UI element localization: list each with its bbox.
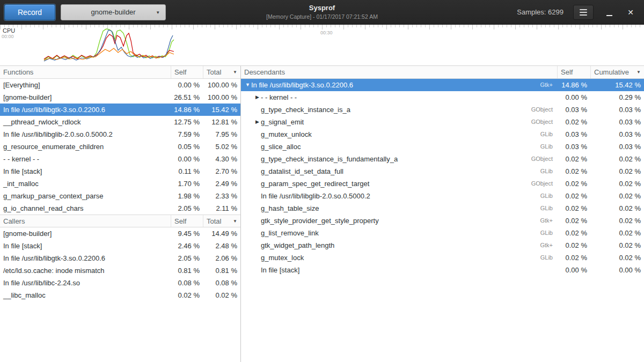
column-header-desc-self[interactable]: Self [557,66,590,78]
function-name: In file [stack] [0,165,171,178]
total-value: 100.00 % [203,91,240,104]
cumulative-value: 0.02 % [590,165,644,178]
self-value: 7.59 % [171,128,203,141]
table-row[interactable]: ▼In file /usr/lib/libgtk-3.so.0.2200.6Gt… [241,79,644,91]
table-row[interactable]: [gnome-builder]9.45 %14.49 % [0,227,240,240]
column-header-callers[interactable]: Callers [0,215,171,227]
function-name: g_signal_emit [261,116,304,128]
table-row[interactable]: g_markup_parse_context_parse1.98 %2.33 % [0,190,240,202]
total-value: 12.81 % [203,116,240,128]
library-tag: GLib [535,252,553,264]
close-button[interactable]: ✕ [625,5,636,20]
self-value: 0.00 % [557,91,590,104]
table-row[interactable]: __libc_malloc0.02 %0.02 % [0,289,240,301]
table-row[interactable]: In file /usr/lib/libc-2.24.so0.08 %0.08 … [0,277,240,289]
table-row[interactable]: g_datalist_id_set_data_fullGLib0.02 %0.0… [241,165,644,178]
function-name: __libc_malloc [0,289,171,301]
descendant-name-cell: ▶g_signal_emitGObject [241,116,557,128]
table-row[interactable]: g_param_spec_get_redirect_targetGObject0… [241,178,644,190]
function-name: In file /usr/lib/libgtk-3.so.0.2200.6 [0,104,171,116]
self-value: 0.03 % [557,104,590,116]
self-value: 0.02 % [557,153,590,165]
table-row[interactable]: In file /usr/lib/libgtk-3.so.0.2200.62.0… [0,252,240,264]
column-header-callers-total[interactable]: Total ▼ [203,215,240,227]
table-row[interactable]: In file [stack]0.00 %0.00 % [241,264,644,276]
table-row[interactable]: In file [stack]0.11 %2.70 % [0,165,240,178]
table-row[interactable]: gtk_style_provider_get_style_propertyGtk… [241,215,644,227]
callers-table-body: [gnome-builder]9.45 %14.49 %In file [sta… [0,227,240,301]
table-row[interactable]: g_hash_table_sizeGLib0.02 %0.02 % [241,202,644,215]
hamburger-icon [580,9,587,16]
column-header-self[interactable]: Self [171,66,203,78]
library-tag: GLib [535,165,553,178]
self-value: 0.05 % [171,141,203,153]
self-value: 0.00 % [557,264,590,276]
column-header-callers-self[interactable]: Self [171,215,203,227]
table-row[interactable]: [Everything]0.00 %100.00 % [0,79,240,91]
expander-icon[interactable]: ▼ [244,79,251,91]
library-tag: GLib [535,190,553,202]
callers-table-header: Callers Self Total ▼ [0,215,240,227]
table-row[interactable]: g_io_channel_read_chars2.05 %2.11 % [0,202,240,215]
table-row[interactable]: g_mutex_lockGLib0.02 %0.02 % [241,252,644,264]
menu-button[interactable] [573,5,594,20]
function-name: [Everything] [0,79,171,91]
total-value: 15.42 % [203,104,240,116]
minimize-icon [606,15,612,16]
library-tag: Gtk+ [535,239,553,252]
cumulative-value: 0.02 % [590,215,644,227]
function-name: In file [stack] [261,264,299,276]
functions-panel: Functions Self Total ▼ [Everything]0.00 … [0,66,241,362]
column-header-descendants[interactable]: Descendants [241,66,557,78]
table-row[interactable]: In file [stack]2.46 %2.48 % [0,240,240,252]
total-value: 100.00 % [203,79,240,91]
column-header-cumulative[interactable]: Cumulative ▼ [590,66,644,78]
expander-icon[interactable]: ▶ [254,116,261,128]
column-header-functions[interactable]: Functions [0,66,171,78]
table-row[interactable]: In file /usr/lib/libglib-2.0.so.0.5000.2… [0,128,240,141]
self-value: 0.11 % [171,165,203,178]
expander-icon[interactable]: ▶ [254,91,261,104]
descendant-name-cell: ▼In file /usr/lib/libgtk-3.so.0.2200.6Gt… [241,79,557,91]
table-row[interactable]: g_slice_allocGLib0.03 %0.03 % [241,141,644,153]
self-value: 0.02 % [557,215,590,227]
function-name: - - kernel - - [0,153,171,165]
table-row[interactable]: g_resource_enumerate_children0.05 %5.02 … [0,141,240,153]
window-subtitle: [Memory Capture] - 01/17/2017 07:21:52 A… [266,13,378,20]
table-row[interactable]: g_type_check_instance_is_fundamentally_a… [241,153,644,165]
cpu-label: CPU [3,27,15,34]
table-row[interactable]: _int_malloc1.70 %2.49 % [0,178,240,190]
table-row[interactable]: In file /usr/lib/libgtk-3.so.0.2200.614.… [0,104,240,116]
function-name: g_param_spec_get_redirect_target [261,178,369,190]
table-row[interactable]: gtk_widget_path_lengthGtk+0.02 %0.02 % [241,239,644,252]
column-header-total[interactable]: Total ▼ [203,66,240,78]
total-value: 2.33 % [203,190,240,202]
self-value: 0.02 % [557,165,590,178]
table-row[interactable]: /etc/ld.so.cache: inode mismatch0.81 %0.… [0,264,240,277]
self-value: 2.05 % [171,202,203,215]
self-value: 9.45 % [171,227,203,240]
descendant-name-cell: g_slice_allocGLib [241,141,557,153]
descendant-name-cell: g_datalist_id_set_data_fullGLib [241,165,557,178]
minimize-button[interactable] [603,5,615,20]
descendant-name-cell: g_param_spec_get_redirect_targetGObject [241,178,557,190]
table-row[interactable]: ▶- - kernel - -0.00 %0.29 % [241,91,644,104]
table-row[interactable]: ▶g_signal_emitGObject0.02 %0.03 % [241,116,644,128]
self-value: 0.03 % [557,128,590,141]
table-row[interactable]: g_type_check_instance_is_aGObject0.03 %0… [241,104,644,116]
table-row[interactable]: - - kernel - -0.00 %4.30 % [0,153,240,165]
record-button[interactable]: Record [4,4,55,20]
self-value: 0.02 % [557,178,590,190]
descendant-name-cell: gtk_style_provider_get_style_propertyGtk… [241,215,557,227]
functions-table-body: [Everything]0.00 %100.00 %[gnome-builder… [0,79,240,215]
process-selector-dropdown[interactable]: gnome-builder ▼ [61,4,166,20]
cpu-graph[interactable]: CPU 00:00 00:30 [0,25,644,65]
descendant-name-cell: In file [stack] [241,264,557,276]
table-row[interactable]: [gnome-builder]26.51 %100.00 % [0,91,240,104]
cumulative-value: 0.03 % [590,116,644,128]
time-label-start: 00:00 [2,34,14,39]
table-row[interactable]: g_mutex_unlockGLib0.03 %0.03 % [241,128,644,141]
table-row[interactable]: g_list_remove_linkGLib0.02 %0.02 % [241,227,644,239]
table-row[interactable]: __pthread_rwlock_rdlock12.75 %12.81 % [0,116,240,128]
table-row[interactable]: In file /usr/lib/libglib-2.0.so.0.5000.2… [241,190,644,202]
